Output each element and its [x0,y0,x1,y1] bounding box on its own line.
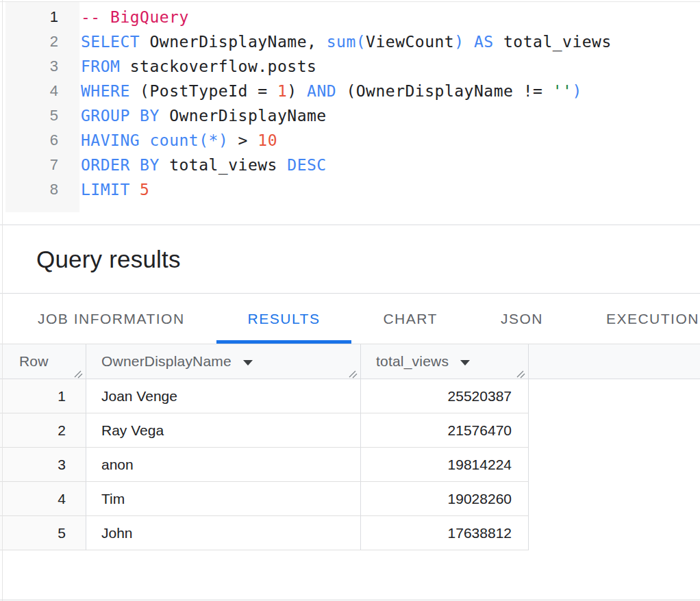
line-number: 1 [5,5,58,29]
code-line[interactable]: 3FROM stackoverflow.posts [5,54,700,79]
row-number-cell: 5 [0,516,86,550]
total-views-cell: 19814224 [361,448,529,482]
line-number: 4 [5,79,58,103]
owner-display-name-cell: Joan Venge [86,379,361,413]
line-number: 8 [5,177,58,202]
column-header-ownerdisplayname[interactable]: OwnerDisplayName [86,344,361,379]
code-text: FROM stackoverflow.posts [58,54,316,79]
code-text: LIMIT 5 [58,177,149,202]
tab-job-information[interactable]: JOB INFORMATION [6,294,216,344]
code-text: GROUP BY OwnerDisplayName [58,103,327,128]
tab-chart[interactable]: CHART [351,294,468,344]
table-row: 2Ray Vega21576470 [0,413,700,448]
row-number-cell: 1 [0,379,86,413]
code-text: HAVING count(*) > 10 [58,128,277,153]
query-results-header: Query results [0,225,700,294]
code-text: SELECT OwnerDisplayName, sum(ViewCount) … [58,29,612,54]
table-row: 4Tim19028260 [0,482,700,516]
owner-display-name-cell: Tim [86,482,361,516]
left-panel-divider [2,0,3,601]
column-header-label: Row [19,353,49,370]
code-line[interactable]: 1-- BigQuery [5,5,700,29]
filler-cell [529,379,700,413]
line-number: 5 [5,103,58,128]
filler-cell [529,448,700,482]
tab-json[interactable]: JSON [469,294,575,344]
sort-dropdown-icon[interactable] [243,360,253,366]
owner-display-name-cell: John [86,516,361,550]
column-header-row[interactable]: Row [0,344,86,379]
code-line[interactable]: 8LIMIT 5 [5,177,700,202]
table-row: 1Joan Venge25520387 [0,379,700,413]
results-tabs-bar: JOB INFORMATIONRESULTSCHARTJSONEXECUTION… [0,294,700,344]
owner-display-name-cell: Ray Vega [86,413,361,448]
line-number: 2 [5,29,58,54]
code-lines: 1-- BigQuery2SELECT OwnerDisplayName, su… [5,5,700,202]
column-header-label: OwnerDisplayName [101,353,232,370]
total-views-cell: 17638812 [361,516,529,550]
code-line[interactable]: 5GROUP BY OwnerDisplayName [5,103,700,128]
line-number: 6 [5,128,58,153]
column-resize-handle-icon[interactable] [73,366,84,377]
filler-cell [529,516,700,550]
line-number: 3 [5,54,58,79]
table-header-row: RowOwnerDisplayNametotal_views [0,344,700,379]
tab-execution-details[interactable]: EXECUTION DETAILS [575,294,700,344]
sort-dropdown-icon[interactable] [460,360,470,366]
row-number-cell: 3 [0,448,86,482]
code-line[interactable]: 2SELECT OwnerDisplayName, sum(ViewCount)… [5,29,700,54]
column-header-total_views[interactable]: total_views [361,344,529,379]
total-views-cell: 25520387 [361,379,529,413]
code-text: WHERE (PostTypeId = 1) AND (OwnerDisplay… [58,79,582,103]
code-text: -- BigQuery [58,5,189,29]
column-resize-handle-icon[interactable] [515,366,526,377]
query-results-title: Query results [36,246,181,273]
total-views-cell: 21576470 [361,413,529,448]
total-views-cell: 19028260 [361,482,529,516]
filler-cell [529,482,700,516]
tab-results[interactable]: RESULTS [216,294,352,344]
table-row: 3anon19814224 [0,448,700,482]
bigquery-results-pane: 1-- BigQuery2SELECT OwnerDisplayName, su… [0,0,700,601]
row-number-cell: 2 [0,413,86,448]
column-resize-handle-icon[interactable] [347,366,358,377]
table-body: 1Joan Venge255203872Ray Vega215764703ano… [0,379,700,550]
bottom-divider [0,600,700,600]
owner-display-name-cell: anon [86,448,361,482]
line-number: 7 [5,153,58,177]
table-row: 5John17638812 [0,516,700,550]
column-header-label: total_views [376,353,449,370]
code-line[interactable]: 7ORDER BY total_views DESC [5,153,700,177]
code-line[interactable]: 6HAVING count(*) > 10 [5,128,700,153]
code-line[interactable]: 4WHERE (PostTypeId = 1) AND (OwnerDispla… [5,79,700,103]
code-text: ORDER BY total_views DESC [58,153,327,177]
sql-editor[interactable]: 1-- BigQuery2SELECT OwnerDisplayName, su… [0,1,700,225]
row-number-cell: 4 [0,482,86,516]
column-header-filler [529,344,700,379]
filler-cell [529,413,700,448]
results-table: RowOwnerDisplayNametotal_views 1Joan Ven… [0,344,700,550]
